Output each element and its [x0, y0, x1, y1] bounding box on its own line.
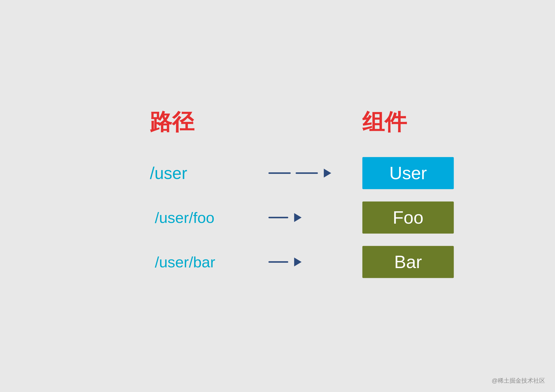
dashed-line-foo	[268, 213, 362, 222]
dash-1	[268, 261, 288, 263]
arrowhead-foo	[294, 213, 301, 222]
dashed-line-bar	[268, 257, 362, 266]
headers-row: 路径 组件	[150, 107, 407, 137]
component-label-bar: Bar	[394, 252, 422, 272]
route-path-user: /user	[150, 163, 268, 183]
dashed-line-user	[268, 169, 362, 177]
component-label-user: User	[389, 163, 427, 183]
component-header: 组件	[362, 107, 407, 137]
arrow-bar	[268, 257, 362, 266]
routes-container: /user User /user/foo F	[150, 157, 454, 278]
dash-2	[296, 172, 318, 174]
component-label-foo: Foo	[393, 207, 423, 228]
dash-1	[268, 217, 288, 218]
watermark: @稀土掘金技术社区	[492, 377, 545, 385]
path-header: 路径	[150, 107, 268, 137]
main-diagram: 路径 组件 /user User /user/foo	[150, 107, 454, 278]
arrowhead-user	[324, 169, 331, 177]
table-row: /user/foo Foo	[150, 201, 454, 234]
component-box-foo: Foo	[362, 201, 454, 234]
route-path-foo: /user/foo	[150, 209, 268, 226]
arrow-user	[268, 169, 362, 177]
arrow-foo	[268, 213, 362, 222]
dash-1	[268, 172, 291, 174]
route-path-bar: /user/bar	[150, 253, 268, 271]
table-row: /user User	[150, 157, 454, 189]
component-box-user: User	[362, 157, 454, 189]
component-box-bar: Bar	[362, 246, 454, 278]
arrowhead-bar	[294, 257, 301, 266]
table-row: /user/bar Bar	[150, 246, 454, 278]
